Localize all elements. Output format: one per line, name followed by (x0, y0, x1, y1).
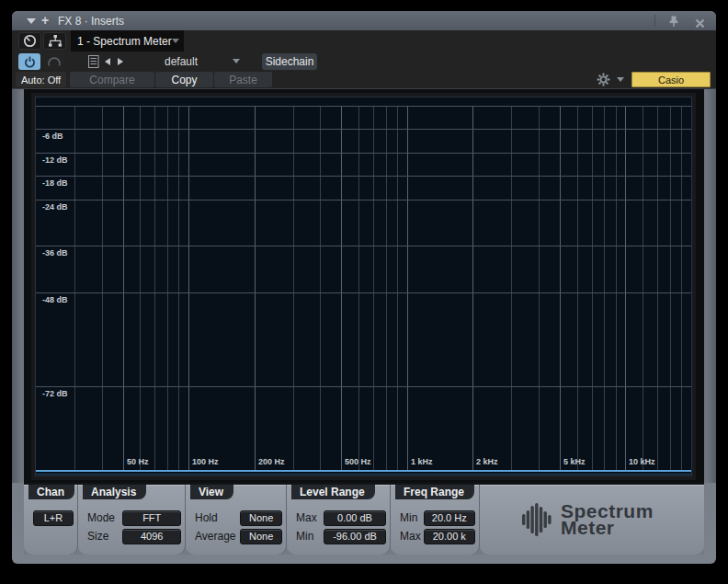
plugin-name: Spectrum Meter (561, 503, 654, 536)
db-tick-label: -24 dB (42, 202, 68, 212)
previous-preset-icon[interactable] (105, 58, 110, 65)
grid-vline-minor (592, 106, 593, 470)
freq-max-value-button[interactable]: 20.00 k (424, 529, 475, 544)
next-preset-icon[interactable] (118, 58, 123, 65)
grid-hline (36, 176, 691, 177)
size-label: Size (87, 530, 122, 543)
db-tick-label: -72 dB (42, 389, 68, 398)
grid-vline (472, 106, 473, 470)
macro-knob-button[interactable] (43, 53, 65, 70)
power-icon (24, 56, 36, 68)
grid-vline-minor (577, 106, 578, 470)
freq-tick-label: 100 Hz (192, 457, 219, 466)
section-analysis-title: Analysis (83, 485, 146, 499)
pin-icon[interactable] (668, 15, 679, 31)
mode-label: Mode (87, 511, 122, 524)
spectrum-baseline-shadow (36, 474, 691, 475)
grid-vline-minor (604, 106, 605, 470)
preset-caret-icon[interactable] (233, 59, 240, 63)
grid-vline-minor (373, 106, 374, 470)
window-menu-caret-icon[interactable] (27, 18, 36, 24)
add-insert-icon[interactable]: + (41, 13, 49, 28)
section-freq-range-title: Freq Range (395, 485, 474, 499)
grid-vline-minor (670, 106, 671, 470)
spectrum-baseline (36, 470, 691, 472)
section-view: View Hold None Average None (186, 485, 287, 555)
grid-vline-minor (691, 106, 692, 470)
freq-tick-label: 1 kHz (411, 457, 433, 466)
spectrum-display: 50 Hz100 Hz200 Hz500 Hz1 kHz2 kHz5 kHz10… (35, 97, 692, 476)
db-tick-label: -48 dB (42, 295, 68, 304)
grid-hline (36, 200, 691, 200)
target-device-button[interactable]: Casio (631, 72, 711, 87)
titlebar-divider (654, 15, 655, 27)
display-surround: 50 Hz100 Hz200 Hz500 Hz1 kHz2 kHz5 kHz10… (24, 89, 704, 483)
grid-hline (36, 246, 691, 246)
grid-vline-minor (167, 106, 168, 470)
tab-spectrum-meter[interactable]: 1 - Spectrum Meter (71, 30, 184, 52)
presonus-logo-icon (522, 502, 552, 537)
grid-vline-minor (74, 106, 75, 470)
db-tick-label: -18 dB (42, 178, 68, 188)
grid-vline (255, 106, 256, 470)
freq-max-label: Max (400, 530, 424, 543)
hold-value-button[interactable]: None (240, 510, 282, 526)
paste-button[interactable]: Paste (214, 72, 272, 87)
mode-value-button[interactable]: FFT (122, 510, 181, 526)
level-max-label: Max (296, 511, 324, 524)
screen: + FX 8 · Inserts 1 - Spectrum Meter (0, 0, 728, 584)
grid-hline (36, 106, 691, 107)
device-tab-caret-icon[interactable] (172, 39, 179, 43)
plugin-window: + FX 8 · Inserts 1 - Spectrum Meter (12, 11, 716, 564)
grid-hline (36, 129, 691, 130)
settings-button[interactable] (597, 73, 610, 90)
section-chan-title: Chan (28, 485, 74, 499)
grid-vline-minor (386, 106, 387, 470)
average-label: Average (195, 530, 240, 543)
plugin-name-line2: Meter (561, 520, 654, 536)
freq-min-value-button[interactable]: 20.0 Hz (424, 510, 475, 526)
level-min-value-button[interactable]: -96.00 dB (324, 529, 386, 544)
section-level-range-title: Level Range (291, 485, 375, 499)
preset-row: default Sidechain (12, 52, 716, 72)
automation-mode-button[interactable]: Auto: Off (16, 72, 66, 87)
sidechain-button[interactable]: Sidechain (262, 53, 317, 70)
grid-vline-minor (616, 106, 617, 470)
grid-vline-minor (397, 106, 398, 470)
section-brand: Spectrum Meter (480, 485, 704, 555)
preset-selector[interactable]: default (131, 55, 231, 68)
db-tick-label: -36 dB (42, 248, 68, 258)
grid-vline-minor (539, 106, 540, 470)
grid-vline-minor (102, 106, 103, 470)
settings-caret-icon[interactable] (617, 77, 624, 82)
copy-button[interactable]: Copy (155, 72, 213, 87)
section-level-range: Level Range Max 0.00 dB Min -96.00 dB (287, 485, 391, 555)
level-max-value-button[interactable]: 0.00 dB (324, 510, 386, 526)
grid-vline-minor (178, 106, 179, 470)
grid-vline-minor (154, 106, 155, 470)
grid-vline (625, 106, 626, 470)
grid-vline (341, 106, 342, 470)
grid-vline (560, 106, 561, 470)
size-value-button[interactable]: 4096 (122, 529, 181, 544)
average-value-button[interactable]: None (240, 529, 282, 544)
section-view-title: View (190, 485, 233, 499)
knob-view-button[interactable] (18, 32, 41, 50)
grid-vline-minor (358, 106, 359, 470)
grid-vline (123, 106, 124, 470)
freq-tick-label: 500 Hz (345, 457, 371, 466)
grid-hline (36, 153, 691, 154)
preset-list-icon[interactable] (88, 55, 99, 72)
freq-tick-label: 5 kHz (563, 457, 586, 466)
gear-icon (597, 73, 610, 86)
routing-button[interactable] (43, 32, 66, 50)
grid-vline-minor (293, 106, 294, 470)
freq-tick-label: 2 kHz (476, 457, 498, 466)
level-min-label: Min (296, 530, 324, 543)
channel-mode-button[interactable]: L+R (33, 510, 74, 526)
display-frame: 50 Hz100 Hz200 Hz500 Hz1 kHz2 kHz5 kHz10… (12, 89, 716, 483)
grid-vline-minor (320, 106, 321, 470)
grid-vline (407, 106, 408, 470)
power-button[interactable] (18, 53, 40, 70)
compare-button[interactable]: Compare (70, 72, 154, 87)
